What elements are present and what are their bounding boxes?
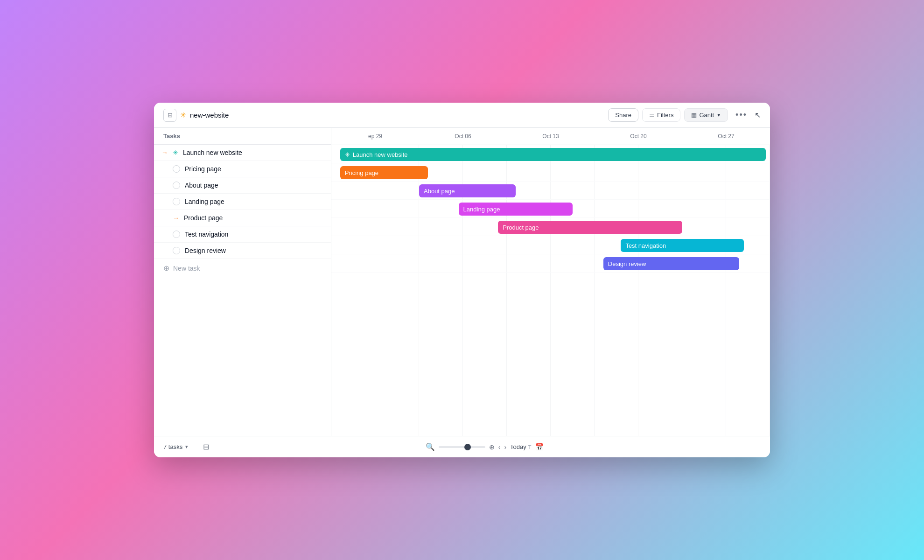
gantt-bar-design[interactable]: Design review (603, 257, 739, 270)
project-sun-icon: ✳ (180, 111, 186, 119)
task-label-product: Product page (184, 214, 223, 222)
task-label-launch: Launch new website (183, 149, 242, 156)
next-period-button[interactable]: › (504, 443, 506, 451)
bar-label-pricing: Pricing page (345, 169, 378, 176)
today-shortcut: T (528, 444, 532, 450)
gantt-row-about: About page (331, 182, 770, 200)
gantt-button[interactable]: ▦ Gantt ▼ (684, 108, 728, 122)
gantt-row-product: Product page (331, 218, 770, 236)
task-checkbox-landing[interactable] (173, 198, 180, 205)
expand-arrow-icon: → (161, 149, 168, 156)
task-list-panel: Tasks → ✳ Launch new website Pricing pag… (154, 128, 331, 436)
task-label-landing: Landing page (185, 198, 224, 205)
gantt-row-design: Design review (331, 254, 770, 273)
task-arrow-product-icon: → (173, 214, 179, 222)
gantt-date-header: ep 29 Oct 06 Oct 13 Oct 20 Oct 27 (331, 128, 770, 145)
task-list-header: Tasks (154, 128, 331, 145)
gantt-row-launch: ✳ Launch new website (331, 145, 770, 163)
zoom-in-button[interactable]: ⊕ (489, 443, 495, 451)
gantt-rows: ✳ Launch new website Pricing page Ab (331, 145, 770, 273)
task-item-pricing[interactable]: Pricing page (154, 161, 331, 177)
more-options-button[interactable]: ••• (732, 108, 751, 122)
main-content: Tasks → ✳ Launch new website Pricing pag… (154, 128, 770, 436)
header-left: ⊟ ✳ new-website (163, 109, 608, 122)
bar-label-product: Product page (503, 224, 539, 231)
prev-period-button[interactable]: ‹ (498, 443, 501, 451)
bar-label-design: Design review (608, 260, 646, 267)
task-label-about: About page (185, 182, 218, 189)
zoom-slider[interactable] (439, 446, 485, 448)
date-label-oct20: Oct 20 (595, 133, 682, 140)
today-label: Today (510, 443, 526, 450)
footer-left: 7 tasks ▾ ⊟ (163, 442, 209, 451)
task-label-design: Design review (185, 247, 226, 254)
task-checkbox-design[interactable] (173, 247, 180, 254)
task-label-pricing: Pricing page (185, 165, 221, 173)
sidebar-toggle-icon[interactable]: ⊟ (163, 109, 176, 122)
bar-label-test: Test navigation (625, 242, 666, 249)
footer-center: 🔍 ⊕ ‹ › Today T 📅 (426, 442, 545, 451)
task-item-about[interactable]: About page (154, 177, 331, 194)
share-button[interactable]: Share (608, 108, 638, 122)
task-sun-icon: ✳ (173, 149, 178, 156)
date-label-sep29: ep 29 (331, 133, 419, 140)
task-count-label: 7 tasks (163, 443, 182, 450)
task-checkbox-pricing[interactable] (173, 165, 180, 173)
bar-label-landing: Landing page (463, 206, 500, 213)
gantt-chart-panel: ep 29 Oct 06 Oct 13 Oct 20 Oct 27 (331, 128, 770, 436)
gantt-row-pricing: Pricing page (331, 163, 770, 182)
gantt-body: ✳ Launch new website Pricing page Ab (331, 145, 770, 436)
project-title: new-website (190, 111, 229, 119)
gantt-chart-icon: ▦ (691, 112, 697, 119)
filters-icon: ⚌ (649, 112, 655, 119)
bar-label-launch: Launch new website (353, 151, 408, 158)
filters-button[interactable]: ⚌ Filters (642, 108, 680, 122)
date-label-oct06: Oct 06 (419, 133, 507, 140)
gantt-bar-landing[interactable]: Landing page (459, 203, 573, 216)
plus-icon: ⊕ (163, 264, 169, 273)
gantt-row-landing: Landing page (331, 200, 770, 218)
gantt-bar-test[interactable]: Test navigation (621, 239, 743, 252)
gantt-bar-launch[interactable]: ✳ Launch new website (340, 148, 766, 161)
task-checkbox-about[interactable] (173, 182, 180, 189)
header: ⊟ ✳ new-website Share ⚌ Filters ▦ Gantt … (154, 103, 770, 128)
task-item-test[interactable]: Test navigation (154, 226, 331, 243)
calendar-icon-button[interactable]: 📅 (535, 442, 544, 451)
bar-sun-icon: ✳ (345, 151, 350, 158)
zoom-thumb[interactable] (464, 444, 471, 450)
filters-label: Filters (657, 112, 673, 119)
gantt-label: Gantt (699, 112, 714, 119)
task-item-product[interactable]: → Product page (154, 210, 331, 226)
task-item-design[interactable]: Design review (154, 243, 331, 259)
today-button[interactable]: Today T (510, 443, 531, 450)
cursor-icon: ↖ (755, 111, 761, 119)
new-task-button[interactable]: ⊕ New task (154, 259, 331, 277)
bar-label-about: About page (424, 188, 455, 195)
date-label-oct27: Oct 27 (682, 133, 770, 140)
date-label-oct13: Oct 13 (507, 133, 595, 140)
footer: 7 tasks ▾ ⊟ 🔍 ⊕ ‹ › Today T 📅 (154, 436, 770, 457)
app-window: ⊟ ✳ new-website Share ⚌ Filters ▦ Gantt … (154, 103, 770, 457)
gantt-chevron-icon: ▼ (716, 112, 721, 118)
zoom-out-button[interactable]: 🔍 (426, 442, 435, 451)
task-item-launch[interactable]: → ✳ Launch new website (154, 145, 331, 161)
task-checkbox-test[interactable] (173, 231, 180, 238)
header-right: Share ⚌ Filters ▦ Gantt ▼ ••• ↖ (608, 108, 761, 122)
gantt-bar-pricing[interactable]: Pricing page (340, 166, 428, 179)
gantt-bar-product[interactable]: Product page (498, 221, 682, 234)
task-count-chevron-icon[interactable]: ▾ (185, 444, 188, 450)
grid-view-icon[interactable]: ⊟ (203, 442, 209, 451)
new-task-label: New task (173, 265, 200, 272)
gantt-row-test: Test navigation (331, 236, 770, 254)
task-label-test: Test navigation (185, 231, 228, 238)
gantt-bar-about[interactable]: About page (419, 184, 516, 197)
task-item-landing[interactable]: Landing page (154, 194, 331, 210)
